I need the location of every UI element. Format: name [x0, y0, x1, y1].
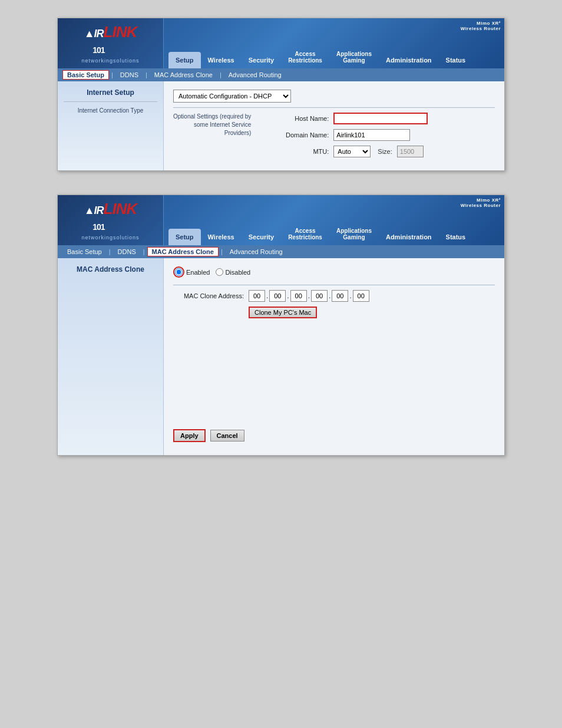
disabled-radio[interactable] [216, 268, 223, 276]
sub-nav-mac-clone[interactable]: MAC Address Clone [150, 70, 217, 80]
mac-field-5[interactable] [332, 290, 348, 302]
logo-air2: ▲IR [84, 205, 104, 216]
disabled-label[interactable]: Disabled [216, 268, 250, 276]
mac-clone-row: MAC Clone Address: . . . . . [173, 290, 495, 302]
sub-nav2: Basic Setup | DDNS | MAC Address Clone |… [58, 245, 504, 258]
apply-cancel-row: Apply Cancel [173, 429, 495, 442]
sub-nav-basic-setup[interactable]: Basic Setup [62, 70, 109, 80]
sidebar-label1: Internet Connection Type [64, 107, 157, 115]
mac-field-6[interactable] [353, 290, 369, 302]
sub-nav-advanced-routing[interactable]: Advanced Routing [224, 70, 286, 80]
optional-label: Optional Settings (required bysome Inter… [173, 113, 251, 137]
nav2-applications[interactable]: ApplicationsGaming [329, 223, 379, 245]
connection-type-select[interactable]: Automatic Configuration - DHCP [173, 90, 291, 103]
logo-link2: LINK [104, 200, 137, 218]
logo2: ▲IRLINK 101 [84, 200, 137, 233]
logo-area2: ▲IRLINK 101 networkingsolutions [58, 195, 164, 245]
mac-field-2[interactable] [269, 290, 286, 302]
mtu-label: MTU: [258, 148, 329, 155]
panel1-router: ▲IRLINK 101 networkingsolutions Setup Wi… [57, 18, 505, 171]
logo-tagline2: networkingsolutions [81, 235, 139, 241]
sidebar-title2: MAC Address Clone [64, 265, 157, 274]
main-content2: Enabled Disabled MAC Clone Address: . . [164, 258, 504, 455]
connection-type-row: Automatic Configuration - DHCP [173, 90, 495, 103]
nav-administration[interactable]: Administration [379, 52, 439, 68]
mac-field-4[interactable] [311, 290, 328, 302]
enabled-radio[interactable] [175, 268, 183, 276]
nav-security[interactable]: Security [242, 52, 281, 68]
sidebar-title1: Internet Setup [64, 88, 157, 97]
sub-nav2-basic-setup[interactable]: Basic Setup [62, 247, 107, 256]
logo-tagline: networkingsolutions [81, 58, 139, 64]
sub-nav-ddns[interactable]: DDNS [115, 70, 143, 80]
enabled-text: Enabled [186, 269, 210, 276]
brand-badge2: Mimo XR² Wireless Router [461, 197, 501, 208]
enable-disable-row: Enabled Disabled [173, 266, 495, 278]
enabled-radio-wrap [173, 266, 184, 278]
host-name-row: Host Name: [258, 113, 428, 124]
disabled-text: Disabled [225, 269, 250, 276]
radio-group: Enabled Disabled [173, 266, 250, 278]
enabled-label[interactable]: Enabled [173, 266, 210, 278]
nav-status[interactable]: Status [439, 52, 473, 68]
content2: MAC Address Clone Enabled Disabled [58, 258, 504, 455]
mac-field-3[interactable] [290, 290, 307, 302]
mac-fields: . . . . . [249, 290, 369, 302]
optional-section: Optional Settings (required bysome Inter… [173, 113, 495, 162]
nav-wireless[interactable]: Wireless [201, 52, 242, 68]
logo-num: 101 [84, 45, 105, 55]
nav-bar2: Setup Wireless Security AccessRestrictio… [164, 195, 504, 245]
logo-num2: 101 [84, 222, 105, 232]
nav-setup[interactable]: Setup [168, 52, 201, 68]
sub-nav2-advanced-routing[interactable]: Advanced Routing [225, 247, 287, 256]
domain-name-input[interactable] [333, 129, 410, 141]
sub-nav1: Basic Setup | DDNS | MAC Address Clone |… [58, 68, 504, 81]
sidebar1: Internet Setup Internet Connection Type [58, 81, 164, 170]
header1: ▲IRLINK 101 networkingsolutions Setup Wi… [58, 18, 504, 68]
logo-area: ▲IRLINK 101 networkingsolutions [58, 18, 164, 68]
mtu-select[interactable]: Auto Manual [333, 146, 371, 157]
nav2-administration[interactable]: Administration [379, 229, 439, 245]
nav2-security[interactable]: Security [242, 229, 281, 245]
nav2-status[interactable]: Status [439, 229, 473, 245]
main-content1: Automatic Configuration - DHCP Optional … [164, 81, 504, 170]
domain-name-label: Domain Name: [258, 131, 329, 139]
sub-nav2-ddns[interactable]: DDNS [113, 247, 141, 256]
nav-access[interactable]: AccessRestrictions [281, 46, 329, 68]
panel2-router: ▲IRLINK 101 networkingsolutions Setup Wi… [57, 195, 505, 456]
clone-button-row: Clone My PC's Mac [249, 307, 495, 318]
nav-applications[interactable]: ApplicationsGaming [329, 46, 379, 68]
host-name-input[interactable] [333, 113, 428, 124]
mac-field-1[interactable] [249, 290, 265, 302]
header2: ▲IRLINK 101 networkingsolutions Setup Wi… [58, 195, 504, 245]
nav2-wireless[interactable]: Wireless [201, 229, 242, 245]
apply-button[interactable]: Apply [173, 429, 206, 442]
size-input [397, 146, 424, 157]
host-name-label: Host Name: [258, 115, 329, 122]
sidebar2: MAC Address Clone [58, 258, 164, 455]
optional-fields: Host Name: Domain Name: MTU: Auto Manual [258, 113, 428, 162]
spacer [173, 323, 495, 429]
content1: Internet Setup Internet Connection Type … [58, 81, 504, 170]
mtu-row: MTU: Auto Manual Size: [258, 146, 428, 157]
sub-nav2-mac-clone[interactable]: MAC Address Clone [147, 247, 219, 256]
domain-name-row: Domain Name: [258, 129, 428, 141]
size-label: Size: [378, 148, 392, 155]
logo-link: LINK [104, 23, 137, 41]
nav-bar1: Setup Wireless Security AccessRestrictio… [164, 18, 504, 68]
nav2-setup[interactable]: Setup [168, 229, 201, 245]
clone-button[interactable]: Clone My PC's Mac [249, 307, 317, 318]
mac-clone-label: MAC Clone Address: [173, 292, 244, 299]
cancel-button[interactable]: Cancel [210, 430, 244, 442]
logo: ▲IRLINK 101 [84, 23, 137, 57]
logo-air: ▲IR [84, 28, 104, 39]
nav2-access[interactable]: AccessRestrictions [281, 223, 329, 245]
brand-badge: Mimo XR² Wireless Router [461, 21, 501, 31]
